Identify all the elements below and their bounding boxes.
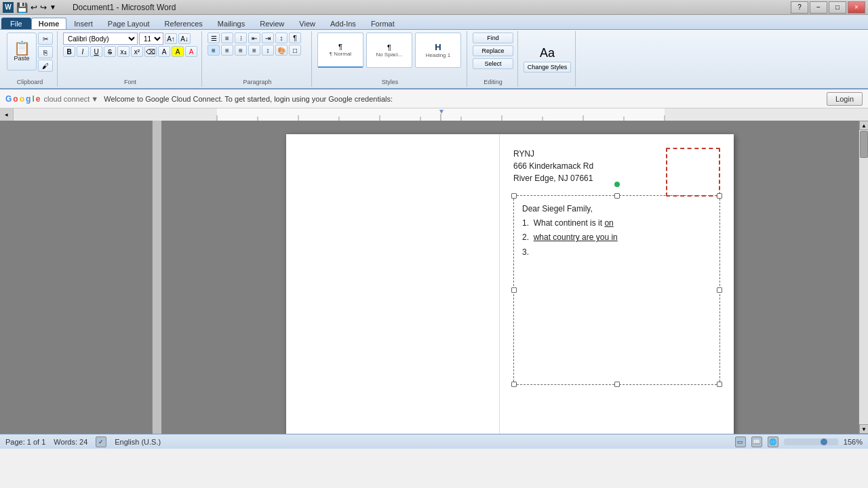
- select-button[interactable]: Select: [473, 58, 513, 69]
- handle-top-left[interactable]: [511, 193, 517, 199]
- superscript-button[interactable]: x²: [131, 46, 143, 57]
- font-label: Font: [124, 79, 136, 85]
- font-size-increase-btn[interactable]: A↑: [165, 33, 177, 44]
- editing-label: Editing: [484, 79, 502, 85]
- handle-middle-right[interactable]: [717, 287, 722, 293]
- scroll-down-button[interactable]: ▼: [859, 424, 868, 434]
- editing-group: Find Replace Select Editing: [469, 31, 518, 87]
- borders-button[interactable]: □: [289, 45, 301, 56]
- view-web-icon[interactable]: 🌐: [768, 436, 778, 447]
- increase-indent-button[interactable]: ⇥: [262, 33, 274, 43]
- minimize-btn[interactable]: −: [810, 1, 827, 14]
- zoom-thumb[interactable]: [821, 439, 827, 445]
- statusbar-left: Page: 1 of 1 Words: 24 ✓ English (U.S.): [5, 436, 161, 447]
- handle-bottom-left[interactable]: [511, 382, 517, 387]
- window-controls[interactable]: ? − □ ×: [791, 1, 865, 14]
- italic-button[interactable]: I: [77, 46, 89, 57]
- cut-button[interactable]: ✂: [38, 33, 53, 45]
- align-left-button[interactable]: ≡: [208, 45, 220, 56]
- google-bar: Google cloud connect ▼ Welcome to Google…: [0, 89, 868, 108]
- bullet-list-button[interactable]: ☰: [208, 33, 220, 43]
- quick-undo-icon[interactable]: ↩: [31, 3, 37, 12]
- numbered-list-button[interactable]: ≡: [221, 33, 233, 43]
- clipboard-label: Clipboard: [17, 79, 43, 85]
- customize-icon[interactable]: ▼: [50, 3, 56, 11]
- login-button[interactable]: Login: [827, 92, 863, 106]
- right-scrollbar[interactable]: ▲ ▼: [859, 121, 868, 434]
- handle-top-middle[interactable]: [614, 193, 620, 199]
- greeting: Dear Siegel Family,: [522, 203, 711, 216]
- style-normal-button[interactable]: ¶ ¶ Normal: [317, 33, 363, 68]
- tab-page-layout[interactable]: Page Layout: [100, 18, 157, 29]
- paste-button[interactable]: 📋 Paste: [7, 33, 37, 70]
- bold-button[interactable]: B: [63, 46, 75, 57]
- decrease-indent-button[interactable]: ⇤: [248, 33, 260, 43]
- tab-file[interactable]: File: [1, 18, 31, 29]
- strikethrough-button[interactable]: S̶: [104, 46, 116, 57]
- title-bar: W 💾 ↩ ↪ ▼ Document1 - Microsoft Word ? −…: [0, 0, 868, 15]
- subscript-button[interactable]: x₂: [117, 46, 130, 57]
- highlight-button[interactable]: A: [172, 46, 184, 57]
- document-page-container[interactable]: RYNJ 666 Kinderkamack Rd River Edge, NJ …: [161, 121, 859, 434]
- ruler-collapse-button[interactable]: ◂: [0, 108, 14, 121]
- tab-home[interactable]: Home: [31, 18, 67, 29]
- list-item-2: 2. what country are you in: [522, 231, 711, 244]
- view-reader-icon[interactable]: 📖: [751, 436, 762, 447]
- ribbon: 📋 Paste ✂ ⎘ 🖌 Clipboard Calibri (Body) 1…: [0, 30, 868, 89]
- show-hide-button[interactable]: ¶: [289, 33, 301, 43]
- handle-bottom-right[interactable]: [717, 382, 722, 387]
- align-right-button[interactable]: ≡: [235, 45, 247, 56]
- font-group: Calibri (Body) 11 A↑ A↓ B I U S̶ x₂ x² ⌫…: [59, 31, 202, 87]
- tab-insert[interactable]: Insert: [66, 18, 100, 29]
- zoom-slider[interactable]: [784, 439, 838, 445]
- restore-btn[interactable]: □: [829, 1, 846, 14]
- ruler: ◂: [0, 108, 868, 121]
- rotate-handle[interactable]: [614, 182, 620, 187]
- quick-redo-icon[interactable]: ↪: [40, 3, 47, 12]
- left-margin: [0, 121, 161, 434]
- style-no-spacing-button[interactable]: ¶ No Spaci...: [366, 33, 412, 68]
- find-button[interactable]: Find: [473, 33, 513, 43]
- view-normal-icon[interactable]: ▭: [735, 436, 746, 447]
- paragraph-group: ☰ ≡ ⁝ ⇤ ⇥ ↕ ¶ ≡ ≡ ≡ ≡ ↕ 🎨 □ Paragraph: [203, 31, 312, 87]
- tab-review[interactable]: Review: [252, 18, 292, 29]
- clipboard-content: 📋 Paste ✂ ⎘ 🖌: [7, 33, 53, 77]
- tab-references[interactable]: References: [157, 18, 210, 29]
- tab-add-ins[interactable]: Add-Ins: [323, 18, 363, 29]
- font-size-decrease-btn[interactable]: A↓: [178, 33, 191, 44]
- handle-bottom-middle[interactable]: [614, 382, 620, 387]
- close-btn[interactable]: ×: [848, 1, 865, 14]
- shading-button[interactable]: 🎨: [275, 45, 288, 56]
- text-content: Dear Siegel Family, 1. What continent is…: [522, 203, 711, 259]
- font-color-button[interactable]: A: [185, 46, 197, 57]
- text-effects-button[interactable]: A: [158, 46, 170, 57]
- tab-format[interactable]: Format: [363, 18, 402, 29]
- style-heading1-button[interactable]: H Heading 1: [415, 33, 461, 68]
- tab-mailings[interactable]: Mailings: [210, 18, 252, 29]
- clear-format-button[interactable]: ⌫: [144, 46, 157, 57]
- proofing-icon[interactable]: ✓: [96, 436, 106, 447]
- quick-save-icon[interactable]: 💾: [16, 2, 28, 13]
- handle-middle-left[interactable]: [511, 287, 517, 293]
- line-spacing-button[interactable]: ↕: [262, 45, 274, 56]
- sort-button[interactable]: ↕: [275, 33, 288, 43]
- change-styles-button[interactable]: Change Styles: [524, 62, 571, 73]
- font-size-select[interactable]: 11: [139, 33, 163, 45]
- align-center-button[interactable]: ≡: [221, 45, 233, 56]
- handle-top-right[interactable]: [717, 193, 722, 199]
- paragraph-label: Paragraph: [243, 79, 271, 85]
- multilevel-list-button[interactable]: ⁝: [235, 33, 247, 43]
- format-painter-button[interactable]: 🖌: [38, 60, 53, 72]
- help-btn[interactable]: ?: [791, 1, 808, 14]
- scroll-up-button[interactable]: ▲: [859, 121, 868, 130]
- text-box[interactable]: Dear Siegel Family, 1. What continent is…: [513, 195, 720, 385]
- tab-view[interactable]: View: [292, 18, 323, 29]
- page-right-half[interactable]: RYNJ 666 Kinderkamack Rd River Edge, NJ …: [500, 134, 734, 434]
- copy-button[interactable]: ⎘: [38, 46, 53, 58]
- ruler-svg: [14, 108, 868, 121]
- font-family-select[interactable]: Calibri (Body): [63, 33, 138, 45]
- scroll-thumb[interactable]: [860, 131, 868, 158]
- justify-button[interactable]: ≡: [248, 45, 260, 56]
- replace-button[interactable]: Replace: [473, 45, 513, 56]
- underline-button[interactable]: U: [90, 46, 102, 57]
